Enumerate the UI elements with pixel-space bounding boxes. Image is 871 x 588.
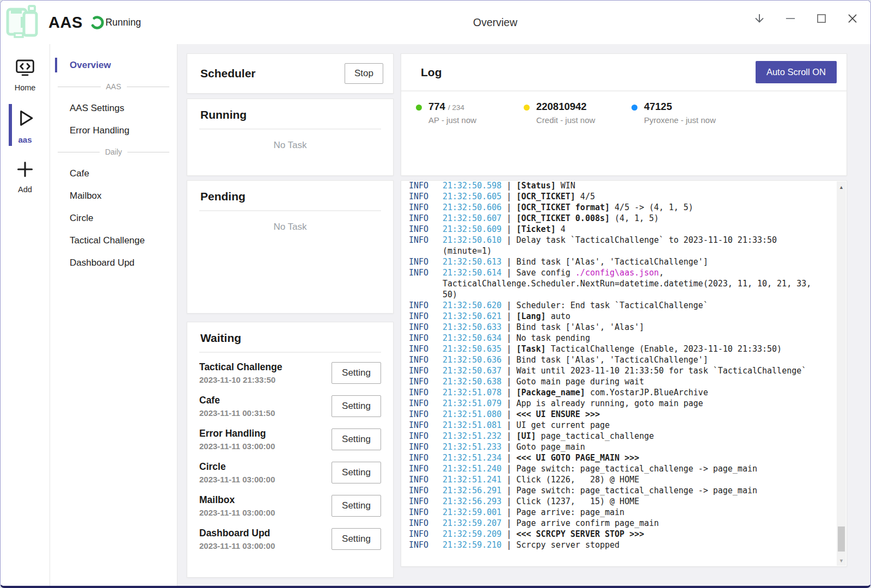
task-setting-button[interactable]: Setting (332, 462, 381, 483)
download-arrow-icon[interactable] (752, 11, 766, 26)
log-level: INFO (409, 376, 443, 387)
log-timestamp: 21:32:50.637 (443, 366, 501, 376)
log-entry: INFO21:32:50.606 | [OCR_TICKET format] 4… (409, 202, 815, 213)
nav-item-label: Error Handling (70, 125, 130, 136)
minimize-icon[interactable] (783, 11, 798, 26)
log-timestamp: 21:32:50.634 (443, 333, 501, 343)
rail-item-aas[interactable]: aas (1, 101, 50, 149)
running-title: Running (187, 99, 393, 128)
log-timestamp: 21:32:51.240 (443, 464, 501, 474)
nav-item-mailbox[interactable]: Mailbox (50, 185, 177, 207)
dashboard-stat: 774/ 234AP - just now (416, 101, 524, 125)
stat-total: / 234 (448, 103, 464, 112)
log-entry: INFO21:32:51.081 | UI get current page (409, 420, 815, 431)
task-next-run-time: 2023-11-11 03:00:00 (199, 508, 275, 517)
rail-item-add[interactable]: Add (1, 154, 50, 198)
nav-item-circle[interactable]: Circle (50, 207, 177, 229)
log-level: INFO (409, 235, 443, 246)
log-level: INFO (409, 474, 443, 485)
log-timestamp: 21:32:50.621 (443, 311, 501, 321)
auto-scroll-button[interactable]: Auto Scroll ON (756, 61, 837, 83)
log-timestamp: 21:32:50.635 (443, 344, 501, 354)
log-level: INFO (409, 322, 443, 333)
log-level: INFO (409, 191, 443, 202)
task-setting-button[interactable]: Setting (332, 428, 381, 450)
log-timestamp: 21:32:56.293 (443, 497, 501, 506)
log-level: INFO (409, 224, 443, 235)
log-timestamp: 21:32:50.636 (443, 355, 501, 365)
log-timestamp: 21:32:50.613 (443, 257, 501, 267)
task-setting-button[interactable]: Setting (332, 362, 381, 384)
log-entry: INFO21:32:50.637 | Wait until 2023-11-10… (409, 365, 815, 376)
maximize-icon[interactable] (814, 11, 829, 26)
log-timestamp: 21:32:51.078 (443, 388, 501, 397)
nav-item-cafe[interactable]: Cafe (50, 162, 177, 185)
waiting-task-row: Dashboard Upd2023-11-11 03:00:00Setting (199, 522, 381, 555)
rail-item-home[interactable]: Home (1, 52, 50, 96)
nav-item-overview[interactable]: Overview (50, 54, 177, 76)
log-entry: INFO21:32:50.609 | [Ticket] 4 (409, 224, 815, 235)
log-entry: INFO21:32:50.638 | Goto main page during… (409, 376, 815, 387)
log-entry: INFO21:32:56.293 | Click (1237, 15) @ HO… (409, 496, 815, 507)
log-timestamp: 21:32:50.610 (443, 235, 501, 245)
log-timestamp: 21:32:50.638 (443, 377, 501, 387)
log-timestamp: 21:32:50.605 (443, 192, 501, 201)
task-setting-button[interactable]: Setting (332, 495, 381, 517)
pending-title: Pending (187, 181, 393, 210)
task-setting-button[interactable]: Setting (332, 395, 381, 417)
log-entry: INFO21:32:59.001 | Page arrive: page_mai… (409, 507, 815, 518)
scroll-up-arrow-icon[interactable]: ▲ (837, 183, 846, 192)
scroll-thumb[interactable] (838, 526, 845, 552)
dashboard-stat: 47125Pyroxene - just now (631, 101, 739, 125)
nav-item-error-handling[interactable]: Error Handling (50, 119, 177, 142)
task-setting-button[interactable]: Setting (332, 528, 381, 550)
scroll-down-arrow-icon[interactable]: ▼ (837, 556, 846, 565)
log-entry: INFO21:32:51.079 | App is already runnin… (409, 398, 815, 409)
rail-item-label: Home (15, 83, 36, 92)
activity-rail: Home aas Add (1, 44, 50, 586)
nav-item-tactical-challenge[interactable]: Tactical Challenge (50, 229, 177, 252)
log-entry: INFO21:32:50.635 | [Task] TacticalChalle… (409, 344, 815, 354)
log-timestamp: 21:32:50.598 (443, 181, 501, 191)
log-timestamp: 21:32:59.207 (443, 518, 501, 528)
stat-label: Pyroxene - just now (644, 115, 716, 125)
log-entry: INFO21:32:50.620 | Scheduler: End task `… (409, 300, 815, 311)
log-timestamp: 21:32:50.633 (443, 322, 501, 332)
log-level: INFO (409, 311, 443, 322)
nav-item-label: Circle (70, 213, 93, 224)
log-timestamp: 21:32:51.233 (443, 442, 501, 452)
task-name: Tactical Challenge (199, 362, 282, 373)
task-next-run-time: 2023-11-11 00:31:50 (199, 408, 275, 418)
log-scroll-area[interactable]: INFO21:32:50.598 | [Status] WININFO21:32… (401, 180, 847, 567)
app-logo-icon (5, 5, 40, 40)
task-name: Cafe (199, 395, 275, 406)
plus-icon (14, 158, 36, 182)
log-timestamp: 21:32:59.001 (443, 507, 501, 517)
nav-section-divider: Daily (50, 142, 177, 162)
stat-value: 220810942 (536, 101, 587, 112)
log-entry: INFO21:32:50.636 | Bind task ['Alas', 'T… (409, 354, 815, 365)
log-entry: INFO21:32:59.209 | <<< SCRCPY SERVER STO… (409, 529, 815, 540)
scheduler-card: Scheduler Stop (187, 53, 394, 94)
waiting-task-row: Tactical Challenge2023-11-10 21:33:50Set… (199, 356, 381, 389)
log-level: INFO (409, 442, 443, 452)
task-name: Dashboard Upd (199, 528, 275, 539)
stat-value: 47125 (644, 101, 672, 112)
stop-button[interactable]: Stop (345, 63, 383, 84)
waiting-task-row: Mailbox2023-11-11 03:00:00Setting (199, 489, 381, 522)
log-level: INFO (409, 485, 443, 496)
log-level: INFO (409, 518, 443, 529)
log-scrollbar[interactable]: ▲ ▼ (837, 181, 846, 566)
pending-card: Pending No Task (187, 180, 394, 314)
play-icon (13, 106, 37, 132)
nav-item-aas-settings[interactable]: AAS Settings (50, 97, 177, 119)
close-icon[interactable] (845, 11, 860, 26)
log-timestamp: 21:32:50.620 (443, 301, 501, 310)
nav-item-dashboard-upd[interactable]: Dashboard Upd (50, 252, 177, 274)
task-name: Circle (199, 461, 275, 473)
log-entry: INFO21:32:59.210 | Scrcpy server stopped (409, 540, 815, 550)
rail-item-label: Add (18, 185, 32, 194)
pending-empty-text: No Task (187, 211, 393, 232)
waiting-task-row: Cafe2023-11-11 00:31:50Setting (199, 389, 381, 422)
code-monitor-icon (14, 57, 36, 81)
